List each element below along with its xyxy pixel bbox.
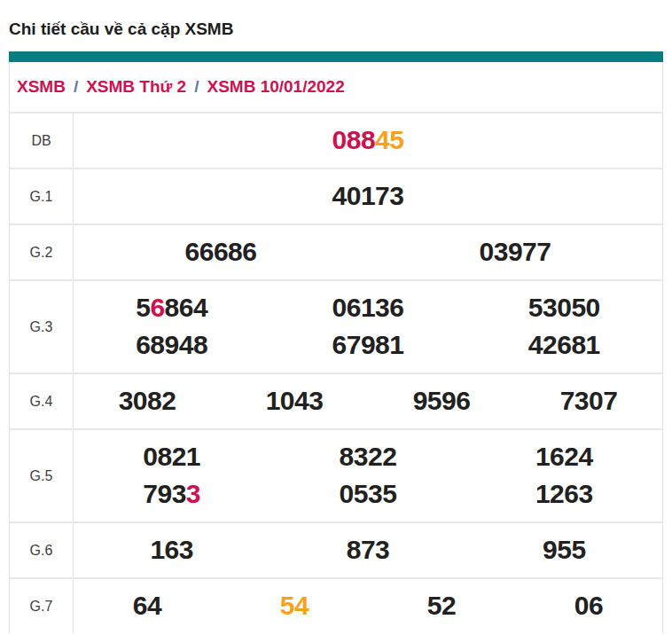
- prize-values: 64545206: [74, 579, 662, 633]
- results-table: DB08845G.140173G.26668603977G.3568640613…: [10, 114, 662, 633]
- prize-number: 66686: [74, 237, 368, 267]
- prize-line: 163873955: [74, 531, 662, 568]
- prize-number: 54: [221, 591, 368, 621]
- results-panel: XSMB / XSMB Thứ 2 / XSMB 10/01/2022 DB08…: [9, 51, 663, 633]
- prize-number: 9596: [368, 386, 515, 416]
- prize-row-g4: G.43082104395967307: [10, 372, 662, 428]
- prize-line: 082183221624: [74, 438, 662, 475]
- prize-label: G.6: [10, 523, 74, 577]
- prize-number: 56864: [74, 293, 270, 323]
- prize-values: 568640613653050689486798142681: [74, 281, 662, 372]
- breadcrumb-link-xsmb-date[interactable]: XSMB 10/01/2022: [207, 77, 344, 97]
- prize-number: 0821: [74, 442, 270, 472]
- prize-number: 1043: [221, 386, 368, 416]
- prize-number: 955: [466, 535, 662, 565]
- prize-number: 7933: [74, 479, 270, 509]
- prize-line: 6668603977: [74, 233, 662, 270]
- prize-values: 40173: [74, 169, 662, 223]
- prize-number: 03977: [368, 237, 662, 267]
- prize-number: 40173: [74, 181, 662, 211]
- prize-number: 06136: [270, 293, 465, 323]
- accent-bar: [9, 51, 663, 62]
- prize-number: 1624: [466, 442, 662, 472]
- prize-number: 3082: [74, 386, 221, 416]
- prize-row-g2: G.26668603977: [10, 223, 662, 279]
- prize-values: 3082104395967307: [74, 374, 662, 428]
- prize-line: 08845: [74, 122, 662, 159]
- prize-number: 873: [270, 535, 465, 565]
- prize-values: 6668603977: [74, 225, 662, 279]
- prize-row-db: DB08845: [10, 114, 662, 168]
- prize-row-g6: G.6163873955: [10, 521, 662, 577]
- prize-line: 793305351263: [74, 475, 662, 513]
- prize-number: 06: [515, 591, 662, 621]
- page-title: Chi tiết cầu về cả cặp XSMB: [9, 0, 663, 51]
- prize-number: 8322: [270, 442, 465, 472]
- prize-number: 163: [74, 535, 270, 565]
- prize-number: 08845: [74, 125, 662, 155]
- breadcrumb: XSMB / XSMB Thứ 2 / XSMB 10/01/2022: [10, 62, 662, 114]
- prize-number: 52: [368, 591, 515, 621]
- prize-values: 082183221624793305351263: [74, 430, 662, 521]
- prize-label: G.4: [10, 374, 74, 428]
- prize-line: 568640613653050: [74, 289, 662, 326]
- breadcrumb-separator: /: [186, 77, 207, 97]
- prize-number: 1263: [466, 479, 662, 509]
- prize-number: 42681: [466, 330, 662, 360]
- prize-number: 7307: [515, 386, 662, 416]
- prize-number: 53050: [466, 293, 662, 323]
- prize-line: 3082104395967307: [74, 382, 662, 419]
- prize-line: 689486798142681: [74, 326, 662, 364]
- prize-number: 64: [74, 591, 221, 621]
- prize-number: 67981: [270, 330, 465, 360]
- prize-label: G.2: [10, 225, 74, 279]
- prize-row-g1: G.140173: [10, 168, 662, 223]
- prize-label: G.1: [10, 169, 74, 223]
- prize-label: G.5: [10, 430, 74, 521]
- prize-row-g3: G.3568640613653050689486798142681: [10, 279, 662, 372]
- prize-row-g7: G.764545206: [10, 577, 662, 633]
- prize-row-g5: G.5082183221624793305351263: [10, 428, 662, 521]
- prize-label: DB: [10, 114, 74, 168]
- prize-number: 0535: [270, 479, 465, 509]
- breadcrumb-link-xsmb-thu-2[interactable]: XSMB Thứ 2: [86, 77, 186, 97]
- prize-line: 40173: [74, 177, 662, 215]
- prize-label: G.7: [10, 579, 74, 633]
- prize-values: 163873955: [74, 523, 662, 577]
- prize-label: G.3: [10, 281, 74, 372]
- prize-number: 68948: [74, 330, 270, 360]
- breadcrumb-link-xsmb[interactable]: XSMB: [17, 77, 66, 97]
- breadcrumb-separator: /: [66, 77, 86, 97]
- prize-values: 08845: [74, 114, 662, 168]
- prize-line: 64545206: [74, 587, 662, 624]
